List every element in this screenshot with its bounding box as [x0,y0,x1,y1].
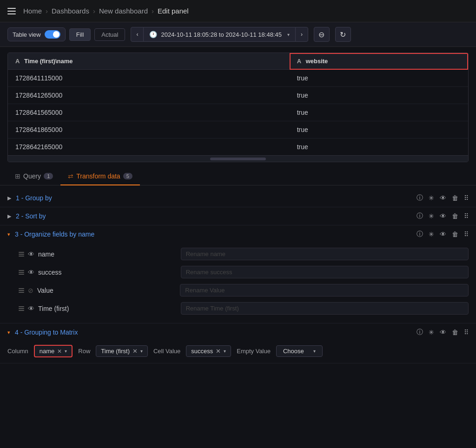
choose-label: Choose [283,348,304,355]
transform-sort-by-actions: ⓘ ✳ 👁 🗑 ⠿ [416,212,469,220]
tab-query[interactable]: ⊞ Query 1 [7,168,60,185]
transforms-container: ▶ 1 - Group by ⓘ ✳ 👁 🗑 ⠿ ▶ 2 - Sort by ⓘ… [0,185,476,367]
fill-button[interactable]: Fill [69,28,91,41]
debug-icon-3[interactable]: ✳ [429,231,434,238]
empty-label: Empty Value [237,348,271,355]
tab-query-badge: 1 [44,173,53,179]
drag-icon-3[interactable]: ⠿ [464,231,469,238]
debug-icon-4[interactable]: ✳ [429,329,434,336]
cell-website: true [290,121,468,138]
choose-chevron: ▾ [313,349,316,354]
table-row: 1728641115000 true [8,70,468,87]
delete-icon-1[interactable]: 🗑 [452,194,458,202]
drag-handle-3[interactable] [19,306,24,311]
expand-icon-2[interactable]: ▶ [7,213,11,219]
cell-time: 1728641565000 [8,104,290,121]
delete-icon-3[interactable]: 🗑 [452,231,458,238]
tab-query-label: Query [23,172,41,180]
col-label-time: Time (first)\name [24,58,73,65]
column-remove[interactable]: ✕ [57,348,62,355]
eye-icon-1[interactable]: 👁 [440,194,446,202]
info-icon-3[interactable]: ⓘ [416,230,423,238]
breadcrumb-home[interactable]: Home [23,7,42,15]
column-label: Column [7,348,28,355]
rename-input-0[interactable] [181,248,469,260]
table-row: 1728641565000 true [8,104,468,121]
topnav: Home › Dashboards › New dashboard › Edit… [0,0,476,22]
info-icon-2[interactable]: ⓘ [416,212,423,220]
table-view-switch[interactable] [45,30,60,39]
visibility-icon-3[interactable]: 👁 [28,305,34,312]
time-prev-button[interactable]: ‹ [131,27,144,42]
row-select[interactable]: Time (first) ✕ ▾ [96,345,148,357]
row-remove[interactable]: ✕ [132,348,138,355]
rename-input-1[interactable] [181,266,469,278]
transform-group-by-header[interactable]: ▶ 1 - Group by ⓘ ✳ 👁 🗑 ⠿ [0,189,476,207]
expand-icon-4[interactable]: ▾ [7,329,10,336]
row-chevron[interactable]: ▾ [140,349,143,354]
debug-icon-1[interactable]: ✳ [429,194,434,202]
breadcrumb-dashboards[interactable]: Dashboards [52,7,89,15]
actual-button[interactable]: Actual [94,28,125,41]
zoom-out-icon: ⊖ [318,30,324,39]
visibility-icon-1[interactable]: 👁 [28,269,34,276]
scrollbar-thumb [210,158,266,160]
transform-organize-actions: ⓘ ✳ 👁 🗑 ⠿ [416,230,469,238]
eye-icon-3[interactable]: 👁 [440,231,446,238]
info-icon-1[interactable]: ⓘ [416,194,423,202]
transform-sort-by-header[interactable]: ▶ 2 - Sort by ⓘ ✳ 👁 🗑 ⠿ [0,207,476,225]
time-range-text: 2024-10-11 18:05:28 to 2024-10-11 18:48:… [161,31,282,38]
debug-icon-2[interactable]: ✳ [429,212,434,220]
table-row: 1728641865000 true [8,121,468,138]
cell-time: 1728641265000 [8,87,290,104]
cell-time: 1728641865000 [8,121,290,138]
transform-organize-title: 3 - Organize fields by name [15,231,416,238]
time-next-button[interactable]: › [295,27,308,42]
cell-time: 1728642165000 [8,138,290,156]
delete-icon-4[interactable]: 🗑 [452,329,458,336]
drag-handle-2[interactable] [19,288,24,293]
tab-transform-badge: 5 [123,173,132,179]
cell-website: true [290,70,468,87]
transform-matrix-header[interactable]: ▾ 4 - Grouping to Matrix ⓘ ✳ 👁 🗑 ⠿ [0,323,476,341]
rename-input-3[interactable] [181,302,469,315]
hamburger-menu[interactable] [7,8,16,14]
cell-chevron[interactable]: ▾ [224,349,226,354]
col-header-website: A website [290,53,468,70]
eye-icon-2[interactable]: 👁 [440,212,446,220]
refresh-button[interactable]: ↻ [335,27,351,42]
tab-transform[interactable]: ⇄ Transform data 5 [60,168,140,185]
drag-icon-1[interactable]: ⠿ [464,194,469,202]
delete-icon-2[interactable]: 🗑 [452,212,458,220]
drag-icon-4[interactable]: ⠿ [464,329,469,336]
drag-icon-2[interactable]: ⠿ [464,212,469,220]
data-table-container: A Time (first)\name A website 1728641115… [7,53,469,162]
query-icon: ⊞ [15,172,20,180]
eye-icon-4[interactable]: 👁 [440,329,446,336]
breadcrumb-new-dashboard[interactable]: New dashboard [99,7,148,15]
zoom-out-button[interactable]: ⊖ [314,27,330,42]
table-view-toggle[interactable]: Table view [7,27,66,41]
horizontal-scrollbar[interactable] [8,155,468,162]
expand-icon-1[interactable]: ▶ [7,195,11,201]
drag-handle-0[interactable] [19,252,24,257]
expand-icon-3[interactable]: ▾ [7,231,10,237]
visibility-icon-2[interactable]: ⊘ [28,287,33,294]
cell-remove[interactable]: ✕ [216,348,221,355]
info-icon-4[interactable]: ⓘ [416,328,423,336]
field-name-1: success [38,269,177,276]
time-range-display[interactable]: 🕐 2024-10-11 18:05:28 to 2024-10-11 18:4… [144,27,295,42]
toolbar: Table view Fill Actual ‹ 🕐 2024-10-11 18… [0,22,476,47]
cell-select[interactable]: success ✕ ▾ [186,345,231,357]
rename-input-2[interactable] [180,284,469,296]
column-chevron[interactable]: ▾ [65,349,67,354]
drag-handle-1[interactable] [19,270,24,275]
field-row: 👁 success [19,263,469,281]
field-row: 👁 Time (first) [19,299,469,317]
choose-button[interactable]: Choose ▾ [276,345,323,357]
time-range-chevron: ▾ [287,32,290,37]
visibility-icon-0[interactable]: 👁 [28,250,34,258]
transform-organize-header[interactable]: ▾ 3 - Organize fields by name ⓘ ✳ 👁 🗑 ⠿ [0,225,476,243]
col-header-time: A Time (first)\name [8,53,290,70]
column-tag[interactable]: name ✕ ▾ [34,345,73,357]
